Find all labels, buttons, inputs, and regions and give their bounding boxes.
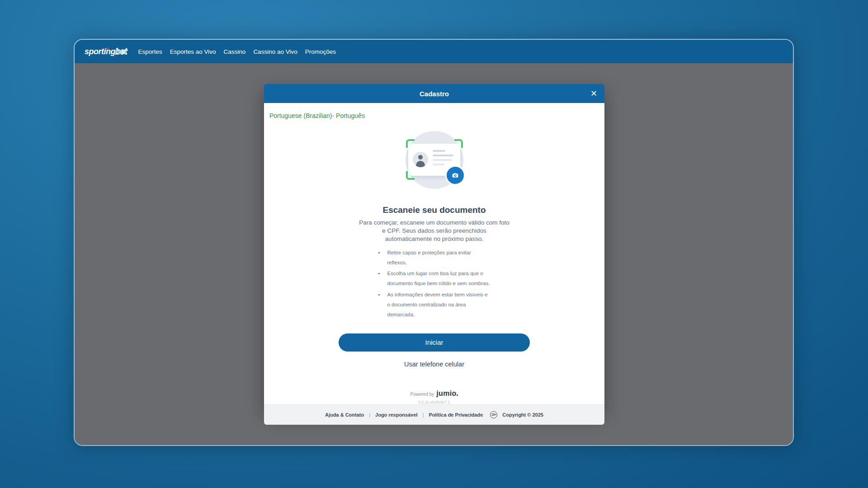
sportingbet-logo[interactable]: sportingbet	[85, 47, 127, 56]
nav-item-esportes[interactable]: Esportes	[138, 48, 162, 55]
cadastro-modal: Cadastro ✕ Portuguese (Brazilian)- Portu…	[264, 84, 604, 411]
age-18-badge: 18+	[490, 411, 497, 418]
camera-icon	[451, 171, 459, 179]
logo-text-sporting: sporting	[85, 47, 115, 56]
copyright-text: Copyright © 2025	[502, 412, 543, 418]
nav-item-cassino-ao-vivo[interactable]: Cassino ao Vivo	[253, 48, 297, 55]
nav-item-esportes-ao-vivo[interactable]: Esportes ao Vivo	[170, 48, 216, 55]
nav-item-promocoes[interactable]: Promoções	[305, 48, 336, 55]
close-icon[interactable]: ✕	[590, 89, 597, 98]
sdk-version: 0.2.11-ebc0c6e7.1	[264, 400, 604, 404]
powered-by-label: Powered by	[410, 392, 434, 397]
modal-header: Cadastro ✕	[264, 84, 604, 103]
language-selector[interactable]: Portuguese (Brazilian)- Português	[269, 112, 365, 119]
card-text-line	[433, 159, 452, 161]
jumio-logo-dot	[457, 394, 458, 396]
camera-badge	[445, 165, 465, 185]
modal-body: Portuguese (Brazilian)- Português	[264, 103, 604, 404]
modal-title: Cadastro	[420, 90, 449, 98]
card-text-line	[433, 155, 453, 156]
tip-item: As informações devem estar bem visíveis …	[377, 290, 491, 320]
tip-item: Escolha um lugar com boa luz para que o …	[377, 269, 491, 289]
logo-text-bet: bet	[115, 47, 127, 56]
jumio-logo: jumio	[436, 389, 458, 398]
start-button[interactable]: Iniciar	[339, 333, 530, 352]
footer-link-jogo-responsavel[interactable]: Jogo responsável	[375, 412, 418, 418]
id-photo-placeholder	[413, 152, 428, 167]
page-title: Escaneie seu documento	[264, 205, 604, 215]
document-scan-illustration	[406, 131, 463, 189]
footer-link-ajuda[interactable]: Ajuda & Contato	[325, 412, 364, 418]
powered-by-jumio: Powered by jumio	[264, 389, 604, 398]
nav-item-cassino[interactable]: Cassino	[224, 48, 246, 55]
person-icon	[418, 155, 423, 160]
use-mobile-phone-link[interactable]: Usar telefone celular	[264, 361, 604, 368]
tips-list: Retire capas e proteções para evitar ref…	[377, 248, 491, 320]
card-text-line	[433, 150, 445, 152]
modal-footer: Ajuda & Contato | Jogo responsável | Pol…	[264, 404, 604, 425]
footer-link-politica-privacidade[interactable]: Política de Privacidade	[429, 412, 483, 418]
card-text-line	[433, 164, 444, 165]
footer-separator: |	[423, 412, 424, 418]
tip-item: Retire capas e proteções para evitar ref…	[377, 248, 491, 268]
top-navbar: sportingbet Esportes Esportes ao Vivo Ca…	[75, 40, 793, 63]
instruction-text: Para começar, escaneie um documento váli…	[359, 219, 510, 244]
person-shoulders-icon	[416, 161, 425, 167]
logo-red-dot	[107, 47, 108, 49]
footer-separator: |	[369, 412, 370, 418]
